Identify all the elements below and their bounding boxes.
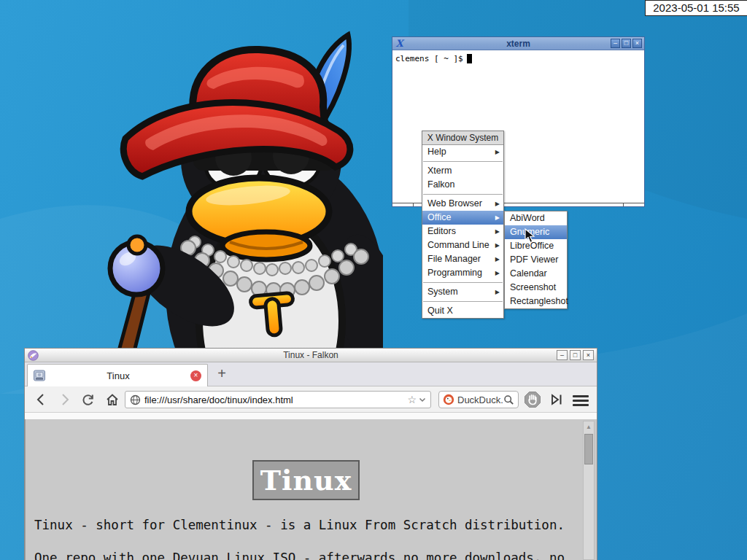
menu-item-web-browser[interactable]: Web Browser ▶	[422, 197, 503, 211]
reload-button[interactable]	[81, 392, 96, 407]
tab-title: Tinux	[46, 370, 190, 381]
resize-tick	[413, 203, 414, 206]
menu-separator	[423, 301, 503, 302]
submenu-arrow-icon: ▶	[495, 266, 500, 280]
menu-item-xterm[interactable]: Xterm	[422, 164, 503, 178]
falkon-maximize-button[interactable]: □	[570, 350, 581, 360]
home-button[interactable]	[105, 392, 120, 407]
falkon-close-button[interactable]: ×	[583, 350, 594, 360]
xterm-close-button[interactable]: ×	[632, 39, 642, 48]
page-favicon-icon	[33, 369, 46, 382]
back-button[interactable]	[34, 392, 48, 407]
menu-item-help[interactable]: Help ▶	[422, 145, 503, 159]
urlbar-dropdown-chevron-icon[interactable]	[418, 395, 427, 404]
resize-tick	[623, 203, 624, 206]
search-magnifier-icon[interactable]	[503, 394, 514, 405]
mouse-cursor	[525, 228, 536, 244]
tux-mascot-image	[84, 29, 383, 350]
xterm-titlebar[interactable]: X xterm – □ ×	[392, 37, 644, 50]
submenu-item-pdf-viewer[interactable]: PDF Viewer	[505, 253, 567, 267]
submenu-arrow-icon: ▶	[495, 211, 500, 225]
menu-item-command-line[interactable]: Command Line ▶	[422, 238, 503, 252]
menu-separator	[423, 282, 503, 283]
forward-button[interactable]	[58, 392, 72, 407]
submenu-arrow-icon: ▶	[495, 285, 500, 299]
scroll-up-arrow[interactable]: ▲	[584, 421, 594, 432]
xterm-minimize-button[interactable]: –	[611, 39, 620, 48]
search-engine-label: DuckDuck...	[457, 394, 503, 405]
menu-item-editors[interactable]: Editors ▶	[422, 225, 503, 238]
submenu-arrow-icon: ▶	[495, 225, 500, 238]
root-menu: X Window System Help ▶ Xterm Falkon Web …	[422, 131, 504, 319]
terminal-cursor	[467, 54, 472, 63]
falkon-titlebar[interactable]: Tinux - Falkon – □ ×	[25, 349, 597, 362]
terminal-prompt: clemens [ ~ ]$	[395, 54, 463, 63]
bookmark-star-icon[interactable]: ☆	[407, 394, 417, 405]
menu-item-system[interactable]: System ▶	[422, 285, 503, 299]
desktop: { "desktop": { "clock": "2023-05-01 15:5…	[0, 0, 747, 560]
menu-item-quit-x[interactable]: Quit X	[422, 304, 503, 318]
submenu-item-calendar[interactable]: Calendar	[505, 267, 567, 281]
menu-item-file-manager[interactable]: File Manager ▶	[422, 252, 503, 266]
clock: 2023-05-01 15:55	[645, 0, 747, 16]
xterm-title: xterm	[392, 39, 644, 49]
xterm-maximize-button[interactable]: □	[622, 39, 631, 48]
url-text: file:///usr/share/doc/tinux/index.html	[144, 394, 407, 405]
duckduckgo-icon	[443, 394, 454, 405]
menu-bar	[573, 404, 589, 406]
submenu-arrow-icon: ▶	[495, 238, 500, 252]
scrollbar-thumb[interactable]	[584, 434, 593, 464]
root-menu-title: X Window System	[422, 131, 503, 145]
page-heading: Tinux	[260, 464, 352, 497]
search-box[interactable]: DuckDuck...	[438, 391, 519, 408]
menu-separator	[423, 161, 503, 162]
menu-bar	[573, 400, 589, 402]
page-scrollbar[interactable]: ▲	[583, 421, 595, 560]
menu-item-programming[interactable]: Programming ▶	[422, 266, 503, 280]
navigation-toolbar: file:///usr/share/doc/tinux/index.html ☆…	[25, 386, 597, 413]
office-submenu: AbiWord Gnumeric LibreOffice PDF Viewer …	[504, 211, 568, 309]
submenu-arrow-icon: ▶	[495, 197, 500, 211]
url-bar[interactable]: file:///usr/share/doc/tinux/index.html ☆	[125, 391, 431, 408]
site-globe-icon	[130, 394, 141, 405]
xterm-logo-icon: X	[395, 39, 404, 48]
submenu-item-rectangleshot[interactable]: Rectangleshot	[505, 295, 567, 308]
go-button[interactable]	[549, 392, 564, 407]
falkon-window: Tinux - Falkon – □ × Tinux × +	[24, 348, 597, 560]
page-logo-box: Tinux	[252, 460, 360, 500]
submenu-item-abiword[interactable]: AbiWord	[505, 211, 567, 225]
submenu-arrow-icon: ▶	[495, 145, 500, 159]
browser-viewport: Tinux Tinux - short for Clementinux - is…	[25, 413, 597, 560]
submenu-item-screenshot[interactable]: Screenshot	[505, 281, 567, 295]
new-tab-button[interactable]: +	[213, 364, 231, 384]
adblock-hand-icon[interactable]	[524, 391, 541, 408]
falkon-minimize-button[interactable]: –	[557, 350, 568, 360]
falkon-logo-icon	[28, 350, 39, 361]
menu-item-office[interactable]: Office ▶	[422, 211, 503, 225]
submenu-arrow-icon: ▶	[495, 252, 500, 266]
main-menu-button[interactable]	[571, 393, 590, 406]
tab-close-button[interactable]: ×	[190, 370, 201, 381]
tab-tinux[interactable]: Tinux ×	[27, 364, 208, 386]
page-paragraph: One repo with one Devuan Linux ISO - aft…	[34, 551, 565, 560]
tab-bar: Tinux × +	[25, 362, 597, 386]
page-paragraph: Tinux - short for Clementinux - is a Lin…	[34, 518, 565, 532]
menu-separator	[423, 194, 503, 195]
web-page: Tinux Tinux - short for Clementinux - is…	[25, 419, 597, 560]
menu-bar	[573, 395, 589, 397]
menu-item-falkon[interactable]: Falkon	[422, 178, 503, 192]
falkon-window-title: Tinux - Falkon	[25, 350, 597, 360]
